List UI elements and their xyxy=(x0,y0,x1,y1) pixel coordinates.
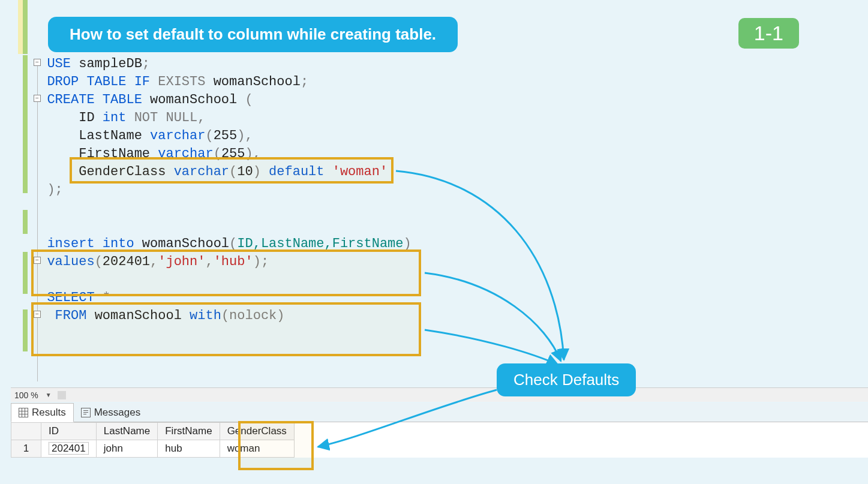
title-banner: How to set default to column while creat… xyxy=(48,17,458,52)
tab-label: Results xyxy=(32,407,66,419)
cell[interactable]: john xyxy=(96,440,157,458)
tab-messages[interactable]: Messages xyxy=(74,403,148,422)
fold-toggle[interactable] xyxy=(34,95,41,102)
cell[interactable]: 202401 xyxy=(41,440,97,458)
sql-editor[interactable]: USE sampleDB; DROP TABLE IF EXISTS woman… xyxy=(12,0,868,384)
hscroll-left-icon[interactable] xyxy=(58,391,66,399)
zoom-bar: 100 % ▼ xyxy=(11,387,868,402)
cell[interactable]: woman xyxy=(220,440,294,458)
gutter xyxy=(12,0,31,384)
col-header[interactable]: ID xyxy=(41,423,97,440)
zoom-dropdown-icon[interactable]: ▼ xyxy=(42,392,55,398)
cell[interactable]: hub xyxy=(158,440,220,458)
col-header[interactable]: FirstName xyxy=(158,423,220,440)
messages-icon xyxy=(81,408,91,417)
check-defaults-pill: Check Defaults xyxy=(497,363,636,396)
row-number: 1 xyxy=(11,440,41,458)
fold-toggle[interactable] xyxy=(34,59,41,66)
col-header[interactable]: GenderClass xyxy=(220,423,294,440)
results-grid[interactable]: ID LastName FirstName GenderClass 1 2024… xyxy=(11,422,295,458)
results-panel: Results Messages ID LastName FirstName G… xyxy=(11,403,868,458)
tab-label: Messages xyxy=(94,407,140,419)
fold-toggle[interactable] xyxy=(34,257,41,264)
table-row[interactable]: 1 202401 john hub woman xyxy=(11,440,295,458)
zoom-level[interactable]: 100 % xyxy=(11,390,42,400)
grid-icon xyxy=(19,408,28,417)
tab-results[interactable]: Results xyxy=(11,403,74,422)
step-badge: 1-1 xyxy=(738,18,799,49)
fold-toggle[interactable] xyxy=(34,311,41,318)
rownum-header xyxy=(11,423,41,440)
col-header[interactable]: LastName xyxy=(96,423,157,440)
